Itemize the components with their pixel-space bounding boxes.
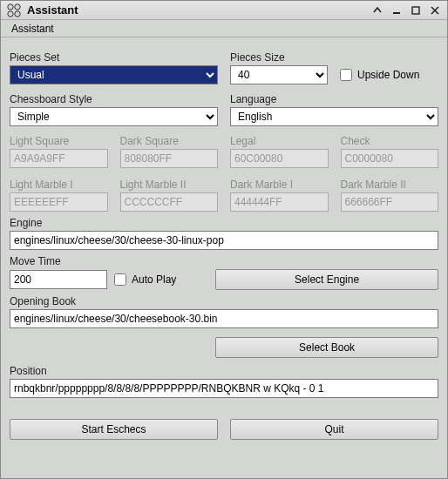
pieces-set-select[interactable]: Usual — [10, 65, 218, 84]
auto-play-input[interactable] — [114, 273, 126, 286]
light-marble-1-input — [10, 192, 108, 212]
label-light-marble-1: Light Marble I — [10, 179, 108, 191]
label-pieces-set: Pieces Set — [10, 51, 218, 64]
maximize-icon[interactable] — [409, 3, 423, 17]
label-position: Position — [10, 365, 438, 377]
upside-down-input[interactable] — [340, 69, 352, 81]
svg-point-1 — [15, 3, 20, 9]
menubar: Assistant — [1, 20, 447, 37]
label-language: Language — [230, 93, 438, 105]
dark-marble-2-input — [341, 192, 439, 212]
legal-input — [230, 149, 329, 168]
svg-rect-4 — [393, 12, 400, 14]
close-icon[interactable] — [428, 3, 442, 17]
check-input — [341, 149, 439, 168]
label-legal: Legal — [230, 135, 329, 147]
auto-play-label: Auto Play — [132, 273, 176, 286]
upside-down-label: Upside Down — [357, 69, 419, 81]
language-select[interactable]: English — [230, 107, 438, 126]
label-light-square: Light Square — [10, 135, 108, 147]
select-book-button[interactable]: Select Book — [215, 337, 438, 358]
pieces-size-select[interactable]: 40 — [230, 65, 328, 84]
label-check: Check — [341, 135, 439, 147]
label-engine: Engine — [10, 217, 438, 229]
dark-square-input — [120, 149, 219, 168]
move-time-input[interactable] — [10, 270, 107, 289]
app-icon — [6, 3, 22, 18]
position-input[interactable] — [10, 379, 438, 398]
label-dark-marble-1: Dark Marble I — [230, 179, 329, 191]
minimize-icon[interactable] — [390, 3, 404, 17]
dark-marble-1-input — [230, 192, 329, 212]
window-title: Assistant — [27, 3, 78, 17]
svg-point-0 — [8, 3, 13, 9]
svg-point-2 — [8, 10, 13, 16]
label-move-time: Move Time — [10, 255, 438, 267]
label-dark-square: Dark Square — [120, 135, 219, 147]
rollup-icon[interactable] — [370, 3, 384, 17]
select-engine-button[interactable]: Select Engine — [215, 269, 438, 290]
label-opening-book: Opening Book — [10, 295, 438, 307]
start-eschecs-button[interactable]: Start Eschecs — [10, 419, 218, 440]
light-square-input — [10, 149, 108, 168]
quit-button[interactable]: Quit — [230, 419, 438, 440]
label-dark-marble-2: Dark Marble II — [341, 179, 439, 191]
chessboard-style-select[interactable]: Simple — [10, 107, 218, 126]
upside-down-checkbox[interactable]: Upside Down — [340, 65, 419, 84]
titlebar: Assistant — [1, 1, 447, 20]
svg-point-3 — [15, 10, 20, 16]
auto-play-checkbox[interactable]: Auto Play — [114, 270, 176, 289]
label-light-marble-2: Light Marble II — [120, 179, 219, 191]
svg-rect-5 — [412, 7, 419, 14]
label-pieces-size: Pieces Size — [230, 51, 438, 64]
menu-assistant[interactable]: Assistant — [6, 21, 59, 37]
label-chessboard-style: Chessboard Style — [10, 93, 218, 105]
light-marble-2-input — [120, 192, 219, 212]
opening-book-input[interactable] — [10, 309, 438, 328]
engine-input[interactable] — [10, 231, 438, 250]
